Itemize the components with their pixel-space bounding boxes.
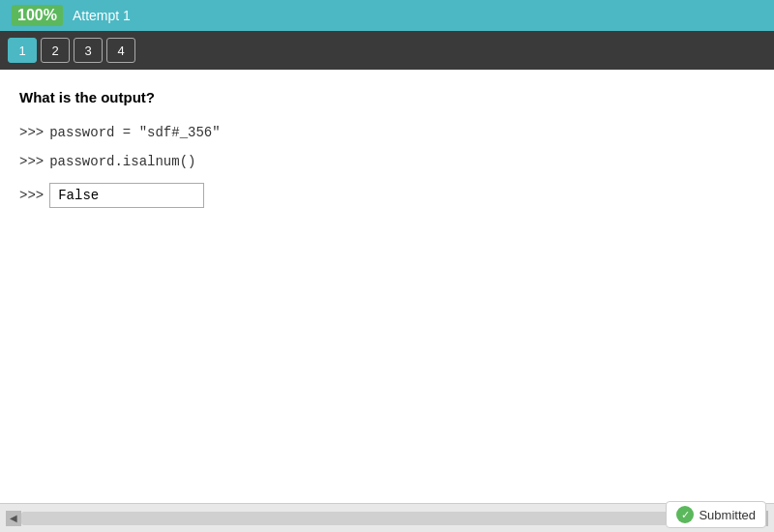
- code-text-1: password = "sdf#_356": [49, 125, 220, 140]
- tab-3[interactable]: 3: [74, 38, 103, 63]
- submitted-icon: ✓: [676, 506, 694, 523]
- tab-bar: 1 2 3 4: [0, 31, 774, 70]
- tab-2[interactable]: 2: [41, 38, 70, 63]
- tab-1[interactable]: 1: [8, 38, 37, 63]
- prompt-3: >>>: [19, 188, 44, 203]
- attempt-label: Attempt 1: [73, 8, 131, 23]
- bottom-bar: ◀ ▶: [0, 503, 774, 532]
- question-label: What is the output?: [19, 89, 755, 105]
- code-text-2: password.isalnum(): [49, 154, 195, 169]
- code-line-2: >>> password.isalnum(): [19, 154, 755, 169]
- top-bar: 100% Attempt 1: [0, 0, 774, 31]
- code-line-1: >>> password = "sdf#_356": [19, 125, 755, 140]
- prompt-2: >>>: [19, 154, 44, 169]
- answer-input[interactable]: [49, 183, 204, 208]
- main-content: What is the output? >>> password = "sdf#…: [0, 70, 774, 503]
- prompt-1: >>>: [19, 125, 44, 140]
- submitted-badge: ✓ Submitted: [666, 501, 766, 528]
- percent-badge: 100%: [12, 5, 63, 26]
- tab-4[interactable]: 4: [106, 38, 135, 63]
- scroll-left-button[interactable]: ◀: [6, 511, 21, 526]
- scrollbar-track[interactable]: [21, 512, 753, 525]
- submitted-text: Submitted: [699, 508, 756, 522]
- code-line-3: >>>: [19, 183, 755, 208]
